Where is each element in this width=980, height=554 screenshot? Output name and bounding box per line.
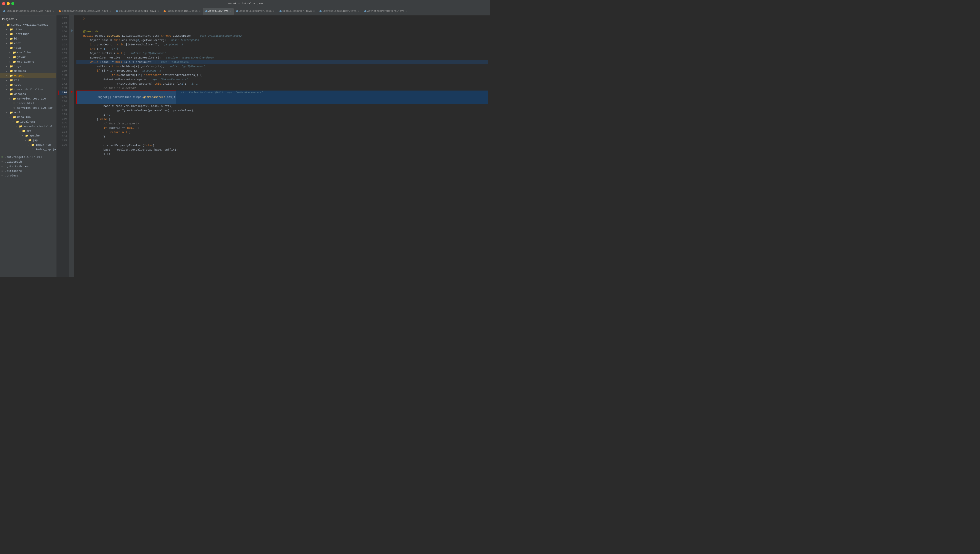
sidebar-item-localhost[interactable]: ▾ 📁 localhost (0, 119, 56, 124)
sidebar-item-servelet-test[interactable]: ▸ 📁 servelet-test-1.0 (0, 96, 56, 101)
tab-astmethod[interactable]: AstMethodParameters.java ✕ (362, 8, 409, 14)
sidebar-item-index-html[interactable]: H index.html (0, 101, 56, 106)
tab-label-value: ValueExpressionImpl.java (119, 10, 156, 13)
tab-close-implicit[interactable]: ✕ (52, 10, 54, 13)
sidebar-item-work[interactable]: ▾ 📁 work (0, 110, 56, 115)
expand-arrow: ▾ (6, 47, 9, 49)
folder-icon: 📁 (9, 78, 13, 82)
tab-scoped[interactable]: ScopedAttributeELResolver.java ✕ (56, 8, 113, 14)
sidebar-item-webapps[interactable]: ▾ 📁 webapps (0, 92, 56, 96)
window-title: tomcat – AstValue.java (226, 2, 264, 5)
sidebar-item-label: .classpath (5, 160, 22, 163)
sidebar-item-label: servelet-test-1.0 (23, 125, 52, 128)
expand-arrow: ▾ (12, 121, 15, 123)
folder-icon: 📁 (6, 23, 10, 27)
sidebar-item-label: servelet-test-1.0 (17, 97, 46, 100)
breakpoint-marker: ● (69, 89, 74, 94)
tab-jasper[interactable]: JasperELResolver.java ✕ (234, 8, 277, 14)
tab-value[interactable]: ValueExpressionImpl.java ✕ (114, 8, 161, 14)
line-numbers: 157158159160161 162163164165166 16716816… (56, 15, 69, 277)
minimize-button[interactable] (7, 2, 10, 5)
expand-arrow: ▸ (6, 42, 9, 45)
close-button[interactable] (2, 2, 5, 5)
sidebar-item-servelet-test-work[interactable]: ▾ 📁 servelet-test-1.0 (0, 124, 56, 129)
sidebar-item-label: .gitattributes (5, 165, 29, 168)
sidebar-item-label: .gitignore (5, 170, 22, 173)
sidebar-item-label: javax (17, 56, 25, 59)
tab-page[interactable]: PageContextImpl.java ✕ (161, 8, 202, 14)
folder-icon: 📁 (9, 69, 13, 73)
folder-icon: 📁 (9, 88, 13, 92)
sidebar-item-bin[interactable]: ▸ 📁 bin (0, 37, 56, 41)
sidebar-item-servelet-war[interactable]: W servelet-test-1.0.war (0, 106, 56, 110)
sidebar-item-gitattributes[interactable]: ○ .gitattributes (0, 164, 56, 169)
sidebar-item-tomcat-build-libs[interactable]: ▸ 📁 tomcat-build-libs (0, 87, 56, 92)
sidebar-item-label: jsp (33, 139, 38, 142)
sidebar-item-res[interactable]: ▸ 📁 res (0, 78, 56, 83)
sidebar-item-modules[interactable]: ▸ 📁 modules (0, 69, 56, 73)
sidebar-item-classpath[interactable]: ○ .classpath (0, 159, 56, 164)
sidebar-item-javax[interactable]: ▸ 📁 javax (0, 55, 56, 59)
code-line-158 (76, 21, 488, 25)
tab-close-value[interactable]: ✕ (158, 10, 159, 13)
maximize-button[interactable] (11, 2, 14, 5)
sidebar-item-label: tomcat-build-libs (14, 88, 43, 91)
expand-arrow: ▸ (6, 70, 9, 73)
sidebar-item-orgapache[interactable]: ▸ 📁 org.apache (0, 59, 56, 64)
tab-close-expression[interactable]: ✕ (358, 10, 359, 13)
code-content[interactable]: } @Override public Object getValue(Evalu… (74, 15, 490, 277)
sidebar-item-test[interactable]: ▸ 📁 test (0, 83, 56, 87)
sidebar-item-project[interactable]: ○ .project (0, 174, 56, 178)
expand-arrow: ▾ (22, 134, 25, 137)
tab-bean[interactable]: BeanELResolver.java ✕ (277, 8, 317, 14)
sidebar-item-org[interactable]: ▾ 📁 org (0, 129, 56, 134)
sidebar-item-comluban[interactable]: ▸ 📁 com.luban (0, 50, 56, 55)
tab-close-jasper[interactable]: ✕ (273, 10, 274, 13)
sidebar-item-label: modules (14, 70, 26, 73)
sidebar-item-gitignore[interactable]: ○ .gitignore (0, 169, 56, 174)
sidebar-item-label: org (26, 129, 32, 132)
code-line-171: AstMethodParameters mps = mps: "MethodPa… (76, 78, 488, 82)
sidebar-header: Project ▾ (0, 15, 56, 22)
tab-label-bean: BeanELResolver.java (283, 10, 312, 13)
sidebar-item-label: com.luban (17, 51, 32, 54)
sidebar-item-output[interactable]: ▾ 📁 output (0, 73, 56, 78)
tab-close-astvalue[interactable]: ✕ (230, 10, 231, 13)
tab-implicit[interactable]: ImplicitObjectELResolver.java ✕ (1, 8, 56, 14)
sidebar-item-ant-build[interactable]: X .ant-targets-build.xml (0, 155, 56, 159)
tab-expression[interactable]: ExpressionBuilder.java ✕ (317, 8, 361, 14)
sidebar-item-label: logs (14, 65, 21, 68)
tab-close-astmethod[interactable]: ✕ (406, 10, 407, 13)
tab-close-scoped[interactable]: ✕ (110, 10, 111, 13)
sidebar-item-conf[interactable]: ▸ 📁 conf (0, 41, 56, 46)
editor-area: 157158159160161 162163164165166 16716816… (56, 15, 490, 277)
tab-dot-scoped (59, 10, 61, 12)
file-icon: ○ (0, 174, 4, 178)
sidebar-item-idea[interactable]: ▸ 📁 .idea (0, 27, 56, 32)
tab-dot-expression (320, 10, 321, 12)
sidebar-item-settings[interactable]: ▸ 📁 .settings (0, 32, 56, 37)
sidebar-item-index-jsp[interactable]: ▸ 📁 index_jsp (0, 143, 56, 147)
code-line-163: int propCount = this.jjtGetNumChildren()… (76, 43, 488, 47)
sidebar-item-java[interactable]: ▾ 📁 java (0, 46, 56, 50)
tab-astvalue[interactable]: AstValue.java ✕ (203, 8, 234, 14)
debug-icon: @ (69, 29, 74, 33)
sidebar-item-label: .settings (14, 33, 29, 36)
sidebar-item-index-jsp-java[interactable]: J index_jsp.java (0, 147, 56, 152)
title-bar: tomcat – AstValue.java (0, 0, 490, 7)
code-view[interactable]: 157158159160161 162163164165166 16716816… (56, 15, 490, 277)
sidebar-item-label: Catalina (17, 116, 31, 119)
expand-arrow: ▾ (19, 130, 22, 132)
sidebar-item-label: res (14, 79, 19, 82)
sidebar-item-tomcat[interactable]: ▾ 📁 tomcat ~/gitlab/tomcat (0, 22, 56, 27)
tab-close-page[interactable]: ✕ (199, 10, 200, 13)
tab-close-bean[interactable]: ✕ (313, 10, 315, 13)
sidebar-item-apache-work[interactable]: ▾ 📁 apache (0, 134, 56, 138)
sidebar-item-jsp-folder[interactable]: ▾ 📁 jsp (0, 138, 56, 143)
window-controls[interactable] (2, 2, 14, 5)
tab-dot-page (164, 10, 165, 12)
sidebar-item-catalina[interactable]: ▾ 📁 Catalina (0, 115, 56, 119)
tab-dot-astvalue (205, 10, 207, 12)
sidebar-item-logs[interactable]: ▸ 📁 logs (0, 64, 56, 69)
folder-icon: 📁 (12, 97, 16, 101)
